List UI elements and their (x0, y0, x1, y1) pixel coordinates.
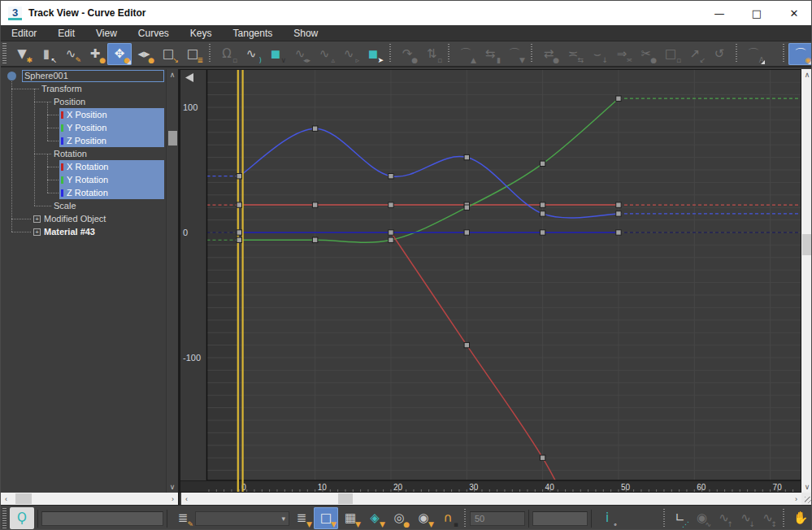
expand-icon[interactable]: + (33, 215, 41, 223)
key-marker[interactable] (464, 154, 469, 159)
track-set-input[interactable] (41, 511, 163, 526)
graph-vertical-scrollbar[interactable]: ∧ ∨ (801, 69, 812, 493)
expand-icon[interactable]: + (33, 228, 41, 236)
lock-selection-button[interactable]: ▮↖ (34, 43, 59, 65)
key-marker[interactable] (389, 174, 393, 179)
key-marker[interactable] (312, 202, 317, 207)
menu-editor[interactable]: Editor (1, 25, 47, 41)
tree-scroll-thumb[interactable] (168, 131, 177, 146)
tree-item-sphere001[interactable]: Sphere001 (1, 69, 166, 82)
tree-item-y-position[interactable]: Y Position (1, 121, 166, 134)
time-slider-line[interactable] (237, 69, 239, 493)
tree-item-scale[interactable]: Scale (1, 199, 166, 212)
key-marker[interactable] (464, 342, 469, 347)
scroll-right-icon[interactable]: › (167, 495, 178, 503)
menu-curves[interactable]: Curves (128, 25, 180, 41)
key-marker[interactable] (540, 211, 545, 216)
stretch-values-button[interactable]: ≍⇆ (561, 43, 585, 65)
key-marker[interactable] (237, 230, 241, 235)
randomize-keys-button[interactable]: ↷● (395, 43, 419, 65)
ease-keys-button[interactable]: ∿▵ (312, 43, 337, 65)
graph-horizontal-scrollbar[interactable]: ‹ › (181, 493, 801, 505)
key-marker[interactable] (312, 126, 317, 131)
key-value-input[interactable] (532, 511, 588, 526)
scroll-down-icon[interactable]: ∨ (801, 481, 812, 493)
show-tangents-button[interactable]: ⌒◉ (788, 43, 812, 65)
offset-keys-button[interactable]: ⇒≍ (610, 43, 634, 65)
key-marker[interactable] (389, 230, 393, 235)
key-marker[interactable] (237, 237, 241, 242)
relax-curve-button[interactable]: ∿◂▸ (288, 43, 312, 65)
smooth-curve-button[interactable]: ∿▹ (337, 43, 361, 65)
tree-item-x-rotation[interactable]: X Rotation (1, 160, 166, 173)
key-marker[interactable] (616, 202, 621, 207)
menu-tangents[interactable]: Tangents (223, 25, 284, 41)
toolbar-grip[interactable] (2, 43, 7, 64)
paste-keys-button[interactable]: □▫ (658, 43, 683, 65)
curve-graph[interactable]: 0102030405060701000-100 (180, 69, 801, 493)
edit-track-set-button[interactable]: ≣✎ (171, 507, 195, 529)
filter-keyable-button[interactable]: ◎● (387, 507, 411, 529)
close-button[interactable]: ✕ (775, 1, 812, 25)
scroll-up-icon[interactable]: ∧ (167, 69, 178, 80)
show-stats-button[interactable]: ∟⋰ (669, 507, 691, 529)
push-curve-button[interactable]: ⌣↓ (585, 43, 610, 65)
align-keys-button[interactable]: ⇅▫ (419, 43, 444, 65)
key-marker[interactable] (616, 96, 621, 101)
tree-item-material-43[interactable]: +Material #43 (1, 225, 166, 238)
filter-locked-button[interactable]: ∩▪ (436, 507, 460, 529)
scale-values-button[interactable]: □≣ (180, 43, 205, 65)
scroll-left-icon[interactable]: ‹ (1, 495, 11, 503)
key-marker[interactable] (540, 202, 545, 207)
maximize-button[interactable]: □ (738, 1, 775, 25)
key-time-input[interactable]: 50 (470, 511, 525, 526)
pan-tool-button[interactable]: ✋ (788, 507, 812, 529)
tree-horizontal-scrollbar[interactable]: ‹ › (1, 493, 178, 505)
scale-keys-button[interactable]: □↘ (156, 43, 180, 65)
resize-grip[interactable] (801, 493, 812, 505)
tree-hscroll-thumb[interactable] (15, 493, 32, 504)
menu-edit[interactable]: Edit (47, 25, 85, 41)
tree-item-x-position[interactable]: X Position (1, 108, 166, 121)
key-marker[interactable] (312, 237, 317, 242)
add-keys-button[interactable]: ✚● (83, 43, 107, 65)
split-tangents-button[interactable]: ⇆▮ (478, 43, 502, 65)
key-marker[interactable] (616, 211, 621, 216)
snap-frames-button[interactable]: Ω▫ (215, 43, 239, 65)
filter-animated-button[interactable]: ▦▼ (338, 507, 363, 529)
key-marker[interactable] (464, 205, 469, 210)
spline-overlay-button[interactable]: ⌒A (741, 43, 766, 65)
move-keys-button[interactable]: ✥● (107, 43, 132, 65)
scroll-right-icon[interactable]: › (791, 495, 801, 503)
tree-item-y-rotation[interactable]: Y Rotation (1, 173, 166, 186)
key-marker[interactable] (540, 455, 545, 460)
ease-curve-button[interactable]: ∿) (239, 43, 263, 65)
minimize-button[interactable]: — (701, 1, 738, 25)
show-ranges-button[interactable]: ◉∿ (691, 507, 713, 529)
filter-visible-button[interactable]: ◉▼ (411, 507, 436, 529)
tree-item-transform[interactable]: Transform (1, 82, 166, 95)
key-stats-button[interactable]: i∘ (595, 507, 619, 529)
fit-time-button[interactable]: ∿↓ (735, 507, 757, 529)
scroll-up-icon[interactable]: ∧ (801, 69, 812, 80)
tree-item-modified-object[interactable]: +Modified Object (1, 212, 166, 225)
scroll-down-icon[interactable]: ∨ (167, 481, 178, 493)
zoom-region-button[interactable]: Ϙ (10, 507, 34, 529)
menu-view[interactable]: View (85, 25, 128, 41)
cut-keys-button[interactable]: ✂● (634, 43, 658, 65)
weld-tangents-button[interactable]: ⌒▼ (502, 43, 527, 65)
tree-item-z-rotation[interactable]: Z Rotation (1, 186, 166, 199)
filter-layers-button[interactable]: ◈▼ (363, 507, 387, 529)
key-marker[interactable] (540, 230, 545, 235)
tree-item-position[interactable]: Position (1, 95, 166, 108)
key-marker[interactable] (389, 202, 393, 207)
track-set-dropdown[interactable]: ▾ (195, 511, 289, 526)
stretch-time-button[interactable]: ⇄● (536, 43, 561, 65)
fuse-tangents-button[interactable]: ⌒▲ (454, 43, 478, 65)
key-marker[interactable] (389, 237, 393, 242)
retime-button[interactable]: ↺ (707, 43, 732, 65)
key-marker[interactable] (237, 174, 241, 179)
select-tool-button[interactable]: ◼➤ (361, 43, 385, 65)
isolate-curve-button[interactable]: ◼∨ (263, 43, 288, 65)
time-slider-line[interactable] (242, 69, 244, 493)
